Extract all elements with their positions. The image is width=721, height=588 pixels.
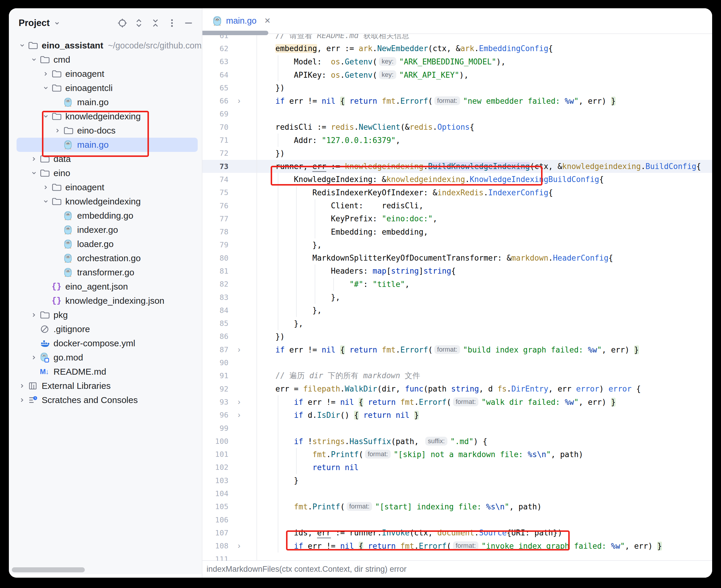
sidebar-horizontal-scrollbar[interactable] (12, 567, 85, 572)
code-line-72[interactable]: 72}) (203, 147, 712, 160)
code-line-99[interactable]: 99 (203, 422, 712, 435)
code-line-84[interactable]: 84 }, (203, 304, 712, 317)
chevron-right-icon[interactable] (16, 382, 28, 390)
chevron-down-icon[interactable] (40, 84, 52, 92)
tree-item-eino[interactable]: eino (9, 166, 202, 180)
chevron-right-icon[interactable] (40, 70, 52, 78)
tree-item-scratches-and-consoles[interactable]: Scratches and Consoles (9, 393, 202, 407)
tree-item-eino-docs[interactable]: eino-docs (9, 124, 202, 138)
code-line-78[interactable]: 78 Embedding: embedding, (203, 225, 712, 238)
code-line-85[interactable]: 85 }, (203, 317, 712, 330)
code-line-93[interactable]: 93› if err != nil { return fmt.Errorf(fo… (203, 395, 712, 408)
tree-item-go-mod[interactable]: go.mod (9, 351, 202, 364)
chevron-down-icon[interactable] (40, 198, 52, 205)
tree-item-einoagent[interactable]: einoagent (9, 180, 202, 194)
tree-item-external-libraries[interactable]: External Libraries (9, 379, 202, 393)
fold-expand-icon[interactable]: › (228, 411, 250, 420)
code-line-106[interactable]: 106 (203, 513, 712, 526)
tree-item-indexer-go[interactable]: indexer.go (9, 223, 202, 237)
chevron-right-icon[interactable] (16, 396, 28, 404)
chevron-right-icon[interactable] (28, 311, 40, 319)
code-line-62[interactable]: 62embedding, err := ark.NewEmbedder(ctx,… (203, 42, 712, 55)
chevron-down-icon[interactable] (28, 169, 40, 177)
code-line-75[interactable]: 75 RedisIndexerKeyOfIndexer: &indexRedis… (203, 186, 712, 199)
code-line-80[interactable]: 80 MarkdownSplitterKeyOfDocumentTransfor… (203, 251, 712, 265)
code-line-71[interactable]: 71 Addr: "127.0.0.1:6379", (203, 133, 712, 147)
chevron-down-icon[interactable] (28, 56, 40, 64)
code-line-66[interactable]: 66›if err != nil { return fmt.Errorf(for… (203, 94, 712, 107)
tree-item-pkg[interactable]: pkg (9, 308, 202, 322)
chevron-down-icon[interactable] (16, 42, 28, 49)
code-line-92[interactable]: 92err = filepath.WalkDir(dir, func(path … (203, 382, 712, 395)
more-options-icon[interactable] (167, 18, 177, 28)
code-line-102[interactable]: 102 return nil (203, 461, 712, 474)
tree-item-eino-assistant[interactable]: eino_assistant~/gocode/src/github.com/cl (9, 38, 202, 52)
fold-expand-icon[interactable]: › (228, 96, 250, 105)
code-line-77[interactable]: 77 KeyPrefix: "eino:doc:", (203, 212, 712, 225)
code-line-79[interactable]: 79 }, (203, 238, 712, 251)
tab-close-icon[interactable]: ✕ (264, 16, 271, 25)
hide-panel-icon[interactable] (184, 18, 194, 28)
fold-expand-icon[interactable]: › (228, 541, 250, 550)
tree-item-embedding-go[interactable]: embedding.go (9, 209, 202, 223)
chevron-right-icon[interactable] (52, 127, 64, 134)
code-line-91[interactable]: 91// 遍历 dir 下的所有 markdown 文件 (203, 369, 712, 382)
tree-item-einoagent[interactable]: einoagent (9, 67, 202, 81)
code-line-70[interactable]: 70redisCli := redis.NewClient(&redis.Opt… (203, 121, 712, 133)
collapse-all-icon[interactable] (150, 18, 161, 28)
locate-icon[interactable] (117, 18, 127, 28)
code-line-86[interactable]: 86}) (203, 330, 712, 343)
code-line-104[interactable]: 104 (203, 487, 712, 500)
code-line-96[interactable]: 96› if d.IsDir() { return nil } (203, 408, 712, 422)
tree-item-knowledgeindexing[interactable]: knowledgeindexing (9, 109, 202, 124)
tab-main-go[interactable]: main.go ✕ (212, 16, 271, 26)
chevron-right-icon[interactable] (40, 184, 52, 191)
tree-item-main-go[interactable]: main.go (9, 95, 202, 109)
tree-item-docker-compose-yml[interactable]: docker-compose.yml (9, 336, 202, 351)
code-line-63[interactable]: 63 Model: os.Getenv(key:"ARK_EMBEDDING_M… (203, 55, 712, 68)
code-line-87[interactable]: 87›if err != nil { return fmt.Errorf(for… (203, 343, 712, 356)
code-line-73[interactable]: 73runner, err := knowledgeindexing.Build… (203, 160, 712, 173)
tab-bar-scrollbar[interactable] (203, 31, 268, 35)
code-line-61[interactable]: 61// 请查看 README.md 获取相关信息 (203, 34, 712, 42)
tree-item-knowledge-indexing-json[interactable]: {}knowledge_indexing.json (9, 294, 202, 308)
code-line-64[interactable]: 64 APIKey: os.Getenv(key:"ARK_API_KEY"), (203, 68, 712, 81)
tree-item-loader-go[interactable]: loader.go (9, 237, 202, 251)
tree-item-eino-agent-json[interactable]: {}eino_agent.json (9, 279, 202, 294)
code-line-65[interactable]: 65}) (203, 81, 712, 94)
tree-item-knowledgeindexing[interactable]: knowledgeindexing (9, 194, 202, 209)
expand-all-icon[interactable] (134, 18, 144, 28)
chevron-down-icon[interactable] (40, 112, 52, 120)
project-panel-title[interactable]: Project (19, 18, 50, 28)
code-line-103[interactable]: 103 } (203, 474, 712, 487)
code-line-76[interactable]: 76 Client: redisCli, (203, 199, 712, 212)
chevron-down-icon[interactable] (53, 19, 61, 27)
chevron-right-icon[interactable] (28, 155, 40, 163)
code-line-100[interactable]: 100 if !strings.HasSuffix(path, suffix:"… (203, 435, 712, 448)
code-viewport[interactable]: 61// 请查看 README.md 获取相关信息62embedding, er… (203, 34, 712, 561)
code-line-69[interactable]: 69 (203, 108, 712, 121)
code-text: "#": "title", (275, 280, 409, 289)
tree-item-einoagentcli[interactable]: einoagentcli (9, 81, 202, 95)
fold-expand-icon[interactable]: › (228, 345, 250, 354)
code-line-81[interactable]: 81 Headers: map[string]string{ (203, 265, 712, 277)
code-line-111[interactable]: 111 (203, 552, 712, 561)
code-line-107[interactable]: 107 ids, err := runner.Invoke(ctx, docum… (203, 526, 712, 539)
code-line-101[interactable]: 101 fmt.Printf(format:"[skip] not a mark… (203, 448, 712, 461)
code-line-90[interactable]: 90 (203, 356, 712, 369)
code-line-74[interactable]: 74 KnowledgeIndexing: &knowledgeindexing… (203, 173, 712, 186)
fold-expand-icon[interactable]: › (228, 397, 250, 406)
tree-item-transformer-go[interactable]: transformer.go (9, 265, 202, 279)
code-line-82[interactable]: 82 "#": "title", (203, 278, 712, 291)
code-line-83[interactable]: 83 }, (203, 291, 712, 304)
tree-item-orchestration-go[interactable]: orchestration.go (9, 251, 202, 265)
tree-item-readme-md[interactable]: M↓README.md (9, 364, 202, 379)
chevron-right-icon[interactable] (28, 354, 40, 361)
code-line-108[interactable]: 108› if err != nil { return fmt.Errorf(f… (203, 540, 712, 552)
tree-item-data[interactable]: data (9, 152, 202, 166)
tree-item-cmd[interactable]: cmd (9, 52, 202, 67)
code-line-105[interactable]: 105 fmt.Printf(format:"[start] indexing … (203, 500, 712, 513)
tree-item-main-go[interactable]: main.go (17, 138, 198, 152)
enclosing-function-signature[interactable]: indexMarkdownFiles(ctx context.Context, … (207, 565, 407, 574)
tree-item--gitignore[interactable]: .gitignore (9, 322, 202, 336)
